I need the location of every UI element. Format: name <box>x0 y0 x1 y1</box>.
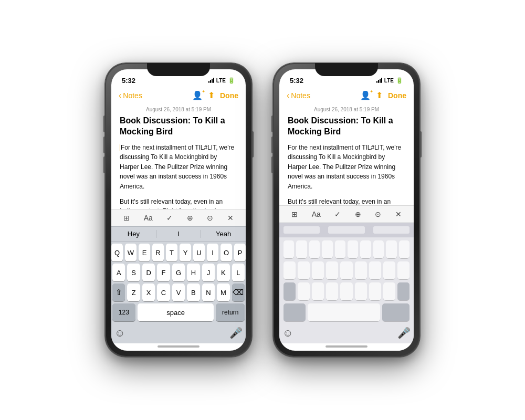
lte-label-left: LTE <box>216 78 226 83</box>
up-icon-left[interactable]: ⊙ <box>205 213 215 223</box>
key-q[interactable]: Q <box>111 244 123 261</box>
key-b[interactable]: B <box>187 284 200 301</box>
key-n[interactable]: N <box>202 284 215 301</box>
phone-screen-right: 5:32 LTE 🔋 ‹ <box>279 69 414 351</box>
blur-key-9 <box>386 240 396 258</box>
battery-left: 🔋 <box>228 77 235 84</box>
key-shift[interactable]: ⇧ <box>112 284 125 301</box>
blur-key-17 <box>369 261 381 279</box>
close-icon-left[interactable]: ✕ <box>225 213 236 223</box>
key-s[interactable]: S <box>127 264 140 281</box>
suggestion-i[interactable]: I <box>156 230 202 238</box>
mic-button-left[interactable]: 🎤 <box>229 327 243 339</box>
key-c[interactable]: C <box>157 284 170 301</box>
font-icon-left[interactable]: Aa <box>142 213 155 223</box>
blur-key-4 <box>322 240 332 258</box>
keyboard-left[interactable]: Hey I Yeah Q W E R T Y U I <box>111 226 246 343</box>
key-u[interactable]: U <box>193 244 205 261</box>
add-icon-right[interactable]: ⊕ <box>353 209 363 219</box>
note-title-left[interactable]: Book Discussion: To Kill a Mocking Bird <box>120 116 237 138</box>
emoji-button-right[interactable]: ☺ <box>282 327 293 339</box>
signal-bar-3 <box>212 79 213 83</box>
keyboard-right: ☺ 🎤 <box>279 223 414 343</box>
key-return[interactable]: return <box>216 303 245 321</box>
back-label-right: Notes <box>291 91 310 100</box>
nav-bar-right: ‹ Notes 👤+ ⬆ Done <box>279 88 414 103</box>
table-icon-left[interactable]: ⊞ <box>121 213 132 223</box>
note-title-right[interactable]: Book Discussion: To Kill a Mocking Bird <box>288 116 405 138</box>
check-icon-left[interactable]: ✓ <box>164 213 175 223</box>
format-toolbar-right: ⊞ Aa ✓ ⊕ ⊙ ✕ <box>279 205 414 223</box>
key-k[interactable]: K <box>217 264 229 281</box>
key-z[interactable]: Z <box>127 284 140 301</box>
done-button-right[interactable]: Done <box>388 91 406 100</box>
key-a[interactable]: A <box>112 264 125 281</box>
key-y[interactable]: Y <box>180 244 191 261</box>
key-e[interactable]: E <box>139 244 150 261</box>
blur-key-16 <box>355 261 367 279</box>
key-f[interactable]: F <box>157 264 170 281</box>
blur-key-25 <box>369 282 381 300</box>
key-t[interactable]: T <box>166 244 177 261</box>
key-l[interactable]: L <box>232 264 245 281</box>
blur-key-12 <box>298 261 310 279</box>
blur-key-18 <box>383 261 395 279</box>
phone-frame-right: 5:32 LTE 🔋 ‹ <box>273 63 420 357</box>
key-123[interactable]: 123 <box>112 303 135 321</box>
key-m[interactable]: M <box>217 284 229 301</box>
phone-left: 5:32 LTE 🔋 ‹ <box>105 63 252 357</box>
key-row-bottom: 123 space return <box>112 303 245 321</box>
key-d[interactable]: D <box>142 264 155 281</box>
key-g[interactable]: G <box>172 264 185 281</box>
suggestion-hey[interactable]: Hey <box>111 230 156 238</box>
up-icon-right[interactable]: ⊙ <box>373 209 383 219</box>
note-body-left[interactable]: For the next installment of TIL#LIT, we'… <box>120 143 237 209</box>
font-icon-right[interactable]: Aa <box>310 209 323 219</box>
key-space[interactable]: space <box>138 303 214 321</box>
key-r[interactable]: R <box>152 244 164 261</box>
mic-button-right[interactable]: 🎤 <box>397 327 411 339</box>
blur-row-3 <box>281 281 412 302</box>
key-i[interactable]: I <box>207 244 218 261</box>
key-w[interactable]: W <box>125 244 136 261</box>
key-x[interactable]: X <box>142 284 155 301</box>
signal-bars-left <box>208 78 214 83</box>
key-v[interactable]: V <box>172 284 185 301</box>
share-people-icon-right[interactable]: 👤+ <box>360 90 371 100</box>
signal-bars-right <box>376 78 382 83</box>
battery-right: 🔋 <box>396 77 403 84</box>
done-button-left[interactable]: Done <box>220 91 238 100</box>
back-chevron-left: ‹ <box>119 91 121 100</box>
back-label-left: Notes <box>123 91 142 100</box>
signal-bar-4 <box>213 78 214 83</box>
key-delete[interactable]: ⌫ <box>232 284 245 301</box>
blur-key-7 <box>360 240 371 258</box>
suggestion-yeah[interactable]: Yeah <box>201 230 246 238</box>
nav-actions-right: 👤+ ⬆ Done <box>360 90 406 100</box>
signal-bar-r4 <box>381 78 382 83</box>
signal-bar-r3 <box>380 79 381 83</box>
key-h[interactable]: H <box>187 264 200 281</box>
share-icon-right[interactable]: ⬆ <box>376 90 383 100</box>
signal-bar-1 <box>208 81 209 83</box>
back-button-left[interactable]: ‹ Notes <box>119 91 142 100</box>
note-date-left: August 26, 2018 at 5:19 PM <box>120 107 237 112</box>
key-j[interactable]: J <box>202 264 215 281</box>
blur-suggestion-3 <box>373 226 410 234</box>
add-icon-left[interactable]: ⊕ <box>185 213 195 223</box>
note-body-right[interactable]: For the next installment of TIL#LIT, we'… <box>288 143 405 205</box>
emoji-button-left[interactable]: ☺ <box>114 327 125 339</box>
signal-bar-2 <box>210 80 211 83</box>
status-time-left: 5:32 <box>122 77 135 85</box>
phone-right: 5:32 LTE 🔋 ‹ <box>273 63 420 357</box>
check-icon-right[interactable]: ✓ <box>332 209 343 219</box>
blur-shift <box>284 282 296 300</box>
note-para-1-right: For the next installment of TIL#LIT, we'… <box>288 143 405 192</box>
key-p[interactable]: P <box>234 244 246 261</box>
share-icon-left[interactable]: ⬆ <box>208 90 215 100</box>
key-o[interactable]: O <box>220 244 232 261</box>
close-icon-right[interactable]: ✕ <box>393 209 404 219</box>
back-button-right[interactable]: ‹ Notes <box>287 91 310 100</box>
share-people-icon-left[interactable]: 👤+ <box>192 90 203 100</box>
table-icon-right[interactable]: ⊞ <box>289 209 300 219</box>
